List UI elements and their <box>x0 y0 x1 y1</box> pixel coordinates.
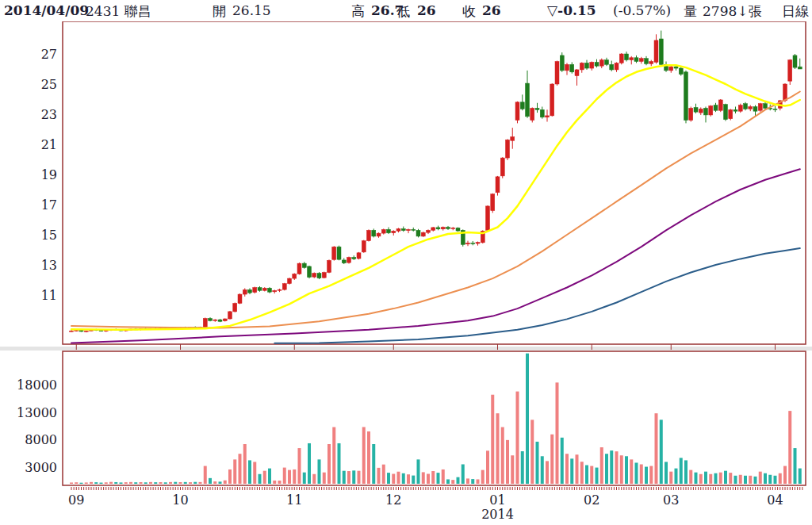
volume-bar <box>491 395 494 484</box>
volume-bar <box>615 451 619 484</box>
candle-body <box>258 288 262 291</box>
low-label: 低 <box>396 2 410 21</box>
daily-tick-row <box>71 487 802 490</box>
candle <box>729 109 733 120</box>
candle-body <box>783 84 787 101</box>
candle-body <box>733 109 737 111</box>
candle-body <box>718 100 722 110</box>
volume-bar <box>169 482 172 484</box>
price-tick-label: 11 <box>41 288 57 303</box>
candle-body <box>585 63 589 68</box>
volume-bar <box>327 444 331 484</box>
month-label: 02 <box>584 492 599 508</box>
candle <box>724 104 728 121</box>
candle-body <box>520 102 524 109</box>
candle-body <box>308 266 312 278</box>
candle-body <box>610 64 614 70</box>
volume-bar <box>680 458 683 484</box>
volume-bar <box>283 468 286 484</box>
volume-bar <box>625 456 628 484</box>
candle-body <box>471 243 475 243</box>
candle-body <box>709 106 713 115</box>
volume-bar <box>600 447 603 484</box>
price-tick-label: 27 <box>41 47 57 62</box>
volume-bar <box>580 462 584 484</box>
volume-bar <box>516 392 519 484</box>
open-label: 開 <box>213 2 226 21</box>
candle-body <box>546 116 550 117</box>
volume-bar <box>541 456 544 484</box>
volume-bar <box>437 473 440 484</box>
volume-bar <box>80 483 83 484</box>
candle <box>203 318 207 328</box>
volume-bar <box>382 465 385 484</box>
candle-body <box>619 54 623 63</box>
volume-bar <box>630 459 633 484</box>
candle-body <box>565 64 569 71</box>
volume-label: 量 <box>684 2 697 21</box>
volume-bar <box>675 469 678 484</box>
candle-body <box>555 62 559 85</box>
candle-body <box>634 58 638 62</box>
candle-body <box>659 39 663 64</box>
candle-body <box>317 273 321 278</box>
volume-bar <box>332 427 335 484</box>
volume-bar <box>90 482 93 484</box>
candle <box>506 139 510 160</box>
volume-tick-label: 8000 <box>25 432 57 447</box>
candle-body <box>342 260 346 263</box>
volume-bar <box>709 474 712 484</box>
volume-bar <box>620 455 623 484</box>
volume-bar <box>605 454 608 484</box>
volume-bar <box>749 476 752 484</box>
volume-bar <box>442 469 445 484</box>
candle-body <box>605 60 609 65</box>
candle <box>367 229 371 241</box>
year-label: 2014 <box>481 507 514 522</box>
candle-body <box>372 230 376 236</box>
candle-body <box>282 284 286 290</box>
candle-body <box>526 83 530 117</box>
volume-bar <box>248 460 251 484</box>
candle <box>421 232 425 237</box>
volume-bar <box>189 482 192 484</box>
volume-bar <box>70 482 73 484</box>
candle-body <box>84 331 88 331</box>
candle-body <box>288 278 292 283</box>
volume-bar <box>372 444 375 484</box>
month-label: 11 <box>286 492 302 508</box>
candle <box>758 103 762 112</box>
volume-bar <box>402 473 405 484</box>
volume-tick-label: 3000 <box>25 460 57 475</box>
volume-bar <box>645 467 648 484</box>
candle-body <box>441 228 445 229</box>
candle-body <box>699 109 703 113</box>
candle-body <box>357 253 361 259</box>
volume-bar <box>293 469 296 484</box>
stock-id-name: 2431 聯昌 <box>86 2 151 21</box>
candle-body <box>79 330 83 331</box>
candle <box>550 83 554 117</box>
volume-bar <box>407 474 410 484</box>
candle-body <box>436 228 440 229</box>
volume-bar <box>719 473 722 484</box>
candle <box>496 176 500 196</box>
volume-bar <box>754 477 757 484</box>
candle-body <box>788 60 792 82</box>
candle-body <box>694 107 698 112</box>
volume-bar <box>660 420 663 484</box>
volume-bar <box>253 462 256 484</box>
candle-body <box>580 63 584 70</box>
month-label: 09 <box>68 492 84 508</box>
candle-body <box>630 58 634 60</box>
candle <box>297 262 301 274</box>
panel-separator <box>0 347 812 351</box>
candle <box>560 52 564 72</box>
candle-body <box>496 177 500 193</box>
volume-bar <box>684 460 688 484</box>
candle-body <box>689 108 693 120</box>
candle-body <box>798 67 802 69</box>
candle-body <box>392 231 396 232</box>
candle <box>253 287 257 294</box>
volume-bar <box>764 473 767 484</box>
